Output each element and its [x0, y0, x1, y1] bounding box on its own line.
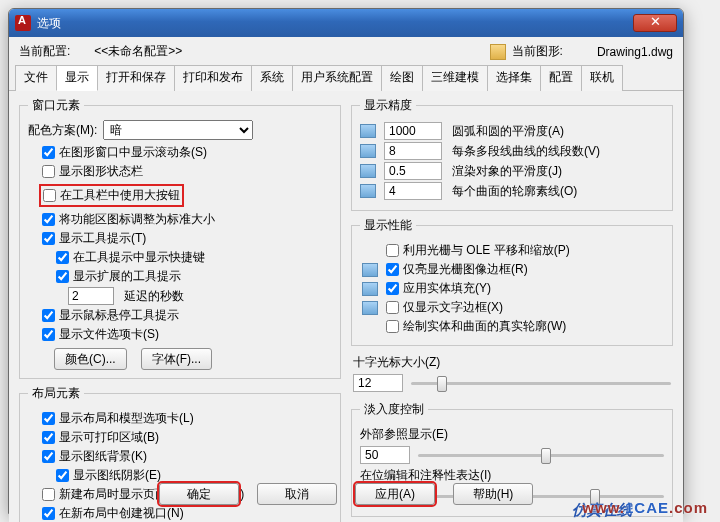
le-2-checkbox[interactable]	[42, 450, 55, 463]
cancel-button[interactable]: 取消	[257, 483, 337, 505]
perf-label-0: 利用光栅与 OLE 平移和缩放(P)	[403, 242, 570, 259]
tab-strip: 文件显示打开和保存打印和发布系统用户系统配置绘图三维建模选择集配置联机	[9, 64, 683, 91]
legend-display-precision: 显示精度	[360, 97, 416, 114]
tab-打开和保存[interactable]: 打开和保存	[97, 65, 175, 91]
drawing-db-icon	[362, 301, 378, 315]
le-5-checkbox[interactable]	[42, 507, 55, 520]
tooltip-delay-label: 延迟的秒数	[124, 288, 184, 305]
we-0-checkbox[interactable]	[42, 146, 55, 159]
we-0-label: 在图形窗口中显示滚动条(S)	[59, 144, 207, 161]
current-profile-value: <<未命名配置>>	[94, 43, 182, 60]
drawing-db-icon	[362, 282, 378, 296]
perf-checkbox-1[interactable]	[386, 263, 399, 276]
legend-window-elements: 窗口元素	[28, 97, 84, 114]
we-2-label: 在工具栏中使用大按钮	[60, 187, 180, 204]
crosshair-label: 十字光标大小(Z)	[353, 354, 671, 371]
le-5-label: 在新布局中创建视口(N)	[59, 505, 184, 522]
tab-选择集[interactable]: 选择集	[487, 65, 541, 91]
we-4-checkbox[interactable]	[42, 232, 55, 245]
ok-button[interactable]: 确定	[159, 483, 239, 505]
we2-1-label: 显示文件选项卡(S)	[59, 326, 159, 343]
drawing-db-icon	[360, 164, 376, 178]
tooltip-delay-input[interactable]	[68, 287, 114, 305]
precision-input-0[interactable]	[384, 122, 442, 140]
xref-fade-slider[interactable]	[418, 454, 664, 457]
perf-label-3: 仅显示文字边框(X)	[403, 299, 503, 316]
perf-checkbox-4[interactable]	[386, 320, 399, 333]
current-drawing-value: Drawing1.dwg	[597, 45, 673, 59]
inplace-fade-label: 在位编辑和注释性表达(I)	[360, 467, 664, 484]
help-button[interactable]: 帮助(H)	[453, 483, 533, 505]
crosshair-value-input[interactable]	[353, 374, 403, 392]
crosshair-slider[interactable]	[411, 382, 671, 385]
color-scheme-select[interactable]: 暗	[103, 120, 253, 140]
we-1-checkbox[interactable]	[42, 165, 55, 178]
current-drawing-label: 当前图形:	[512, 43, 563, 60]
precision-label-2: 渲染对象的平滑度(J)	[452, 163, 562, 180]
precision-label-1: 每条多段线曲线的线段数(V)	[452, 143, 600, 160]
precision-label-0: 圆弧和圆的平滑度(A)	[452, 123, 564, 140]
le-2-label: 显示图纸背景(K)	[59, 448, 147, 465]
tab-显示[interactable]: 显示	[56, 65, 98, 91]
we-6-checkbox[interactable]	[56, 270, 69, 283]
we2-0-label: 显示鼠标悬停工具提示	[59, 307, 179, 324]
we-2-checkbox[interactable]	[43, 189, 56, 202]
options-dialog: 选项 ✕ 当前配置: <<未命名配置>> 当前图形: Drawing1.dwg …	[8, 8, 684, 514]
profile-header: 当前配置: <<未命名配置>> 当前图形: Drawing1.dwg	[9, 37, 683, 64]
xref-fade-label: 外部参照显示(E)	[360, 426, 664, 443]
tab-三维建模[interactable]: 三维建模	[422, 65, 488, 91]
perf-checkbox-3[interactable]	[386, 301, 399, 314]
colors-button[interactable]: 颜色(C)...	[54, 348, 127, 370]
precision-input-1[interactable]	[384, 142, 442, 160]
legend-layout-elements: 布局元素	[28, 385, 84, 402]
tab-用户系统配置[interactable]: 用户系统配置	[292, 65, 382, 91]
close-button[interactable]: ✕	[633, 14, 677, 32]
window-title: 选项	[37, 15, 633, 32]
le-1-label: 显示可打印区域(B)	[59, 429, 159, 446]
xref-fade-input[interactable]	[360, 446, 410, 464]
legend-display-performance: 显示性能	[360, 217, 416, 234]
watermark-url: www.1CAE.com	[582, 499, 708, 516]
we-6-label: 显示扩展的工具提示	[73, 268, 181, 285]
group-crosshair: 十字光标大小(Z)	[351, 352, 673, 395]
precision-label-3: 每个曲面的轮廓素线(O)	[452, 183, 577, 200]
drawing-db-icon	[360, 144, 376, 158]
we-5-checkbox[interactable]	[56, 251, 69, 264]
we2-0-checkbox[interactable]	[42, 309, 55, 322]
tab-打印和发布[interactable]: 打印和发布	[174, 65, 252, 91]
tab-文件[interactable]: 文件	[15, 65, 57, 91]
tab-content: 窗口元素 配色方案(M): 暗 在图形窗口中显示滚动条(S)显示图形状态栏在工具…	[9, 91, 683, 522]
we-1-label: 显示图形状态栏	[59, 163, 143, 180]
le-3-label: 显示图纸阴影(E)	[73, 467, 161, 484]
le-0-checkbox[interactable]	[42, 412, 55, 425]
we-3-label: 将功能区图标调整为标准大小	[59, 211, 215, 228]
titlebar[interactable]: 选项 ✕	[9, 9, 683, 37]
we-4-label: 显示工具提示(T)	[59, 230, 146, 247]
perf-label-1: 仅亮显光栅图像边框(R)	[403, 261, 528, 278]
app-icon	[15, 15, 31, 31]
apply-button[interactable]: 应用(A)	[355, 483, 435, 505]
precision-input-2[interactable]	[384, 162, 442, 180]
drawing-icon	[490, 44, 506, 60]
perf-checkbox-2[interactable]	[386, 282, 399, 295]
tab-配置[interactable]: 配置	[540, 65, 582, 91]
we-3-checkbox[interactable]	[42, 213, 55, 226]
le-3-checkbox[interactable]	[56, 469, 69, 482]
legend-fade-control: 淡入度控制	[360, 401, 428, 418]
we2-1-checkbox[interactable]	[42, 328, 55, 341]
color-scheme-label: 配色方案(M):	[28, 122, 97, 139]
perf-label-2: 应用实体填充(Y)	[403, 280, 491, 297]
group-display-performance: 显示性能 利用光栅与 OLE 平移和缩放(P)仅亮显光栅图像边框(R)应用实体填…	[351, 217, 673, 346]
tab-联机[interactable]: 联机	[581, 65, 623, 91]
precision-input-3[interactable]	[384, 182, 442, 200]
tab-绘图[interactable]: 绘图	[381, 65, 423, 91]
current-profile-label: 当前配置:	[19, 43, 70, 60]
le-1-checkbox[interactable]	[42, 431, 55, 444]
group-display-precision: 显示精度 圆弧和圆的平滑度(A)每条多段线曲线的线段数(V)渲染对象的平滑度(J…	[351, 97, 673, 211]
we-5-label: 在工具提示中显示快捷键	[73, 249, 205, 266]
perf-label-4: 绘制实体和曲面的真实轮廓(W)	[403, 318, 566, 335]
fonts-button[interactable]: 字体(F)...	[141, 348, 212, 370]
tab-系统[interactable]: 系统	[251, 65, 293, 91]
drawing-db-icon	[360, 124, 376, 138]
perf-checkbox-0[interactable]	[386, 244, 399, 257]
